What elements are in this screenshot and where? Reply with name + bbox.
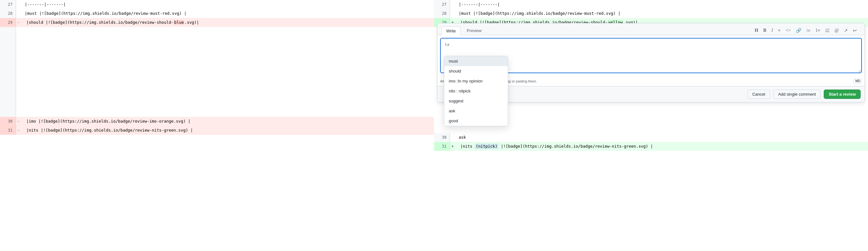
line-number	[0, 63, 16, 72]
line-number: 29	[0, 18, 16, 27]
add-single-comment-button[interactable]: Add single comment	[773, 89, 821, 99]
line-content: |nits (nitpick) |![badge](https://img.sh…	[457, 142, 868, 151]
line-number	[0, 99, 16, 108]
autocomplete-item-good[interactable]: good	[444, 116, 508, 126]
diff-line: 27 |-------|-------|	[434, 0, 868, 9]
line-number: 27	[0, 0, 16, 9]
diff-spacer	[0, 45, 434, 54]
tab-write[interactable]: Write	[441, 26, 461, 35]
autocomplete-item-must[interactable]: must	[444, 56, 508, 66]
diff-line-removed: 31 - |nits |![badge](https://img.shields…	[0, 126, 434, 135]
diff-line: 30 ask	[434, 133, 868, 142]
line-number	[0, 36, 16, 45]
tab-preview[interactable]: Preview	[462, 26, 486, 35]
diff-spacer	[0, 90, 434, 99]
diff-spacer	[0, 81, 434, 90]
autocomplete-item-ask[interactable]: ask	[444, 106, 508, 116]
line-number: 28	[434, 9, 450, 18]
diff-line-removed: 29 - |should |![badge](https://img.shiel…	[0, 18, 434, 27]
line-content: |should |![badge](https://img.shields.io…	[23, 18, 434, 27]
diff-sign-minus: -	[16, 117, 23, 126]
line-number	[0, 72, 16, 81]
toolbar-italic-btn[interactable]: I	[770, 27, 774, 34]
cancel-button[interactable]: Cancel	[747, 89, 770, 99]
line-content: |-------|-------|	[450, 0, 868, 9]
line-content: |must |![badge](https://img.shields.io/b…	[16, 9, 434, 18]
diff-sign-minus: -	[16, 18, 23, 27]
line-number	[0, 54, 16, 63]
autocomplete-item-suggest[interactable]: suggest	[444, 96, 508, 106]
diff-spacer	[0, 108, 434, 117]
diff-spacer	[0, 27, 434, 36]
line-number	[0, 45, 16, 54]
toolbar-code-btn[interactable]: <>	[784, 27, 792, 34]
comment-body: !r must should imo :In my opinion nits :…	[437, 35, 865, 77]
line-number: 31	[434, 142, 450, 151]
comment-tabs-bar: Write Preview H B I ≡ <> 🔗 ⁝≡ 1≡ ☑ @ ↗ ↩	[437, 23, 865, 35]
toolbar-quote-btn[interactable]: ≡	[777, 27, 782, 34]
diff-line-removed: 30 - |imo |![badge](https://img.shields.…	[0, 117, 434, 126]
toolbar-ordered-list-btn[interactable]: 1≡	[814, 27, 822, 34]
toolbar-unordered-list-btn[interactable]: ⁝≡	[805, 27, 811, 34]
toolbar-bold-btn[interactable]: B	[762, 27, 768, 34]
comment-toolbar: H B I ≡ <> 🔗 ⁝≡ 1≡ ☑ @ ↗ ↩	[751, 27, 861, 34]
diff-spacer	[0, 72, 434, 81]
line-content: |imo |![badge](https://img.shields.io/ba…	[23, 117, 434, 126]
markdown-icon: MD	[854, 79, 862, 83]
line-number	[0, 90, 16, 99]
diff-spacer	[0, 99, 434, 108]
line-number: 31	[0, 126, 16, 135]
toolbar-reference-btn[interactable]: ↗	[843, 27, 849, 34]
diff-spacer	[0, 36, 434, 45]
line-number: 30	[434, 133, 450, 142]
toolbar-undo-btn[interactable]: ↩	[851, 27, 858, 34]
line-number: 30	[0, 117, 16, 126]
autocomplete-item-should[interactable]: should	[444, 66, 508, 76]
toolbar-heading-btn[interactable]: H	[753, 27, 760, 34]
right-panel: 27 |-------|-------| 28 |must |![badge](…	[434, 0, 868, 251]
diff-container: 27 |-------|-------| 28 |must |![badge](…	[0, 0, 868, 251]
diff-line-added: 31 + |nits (nitpick) |![badge](https://i…	[434, 142, 868, 151]
line-number: 27	[434, 0, 450, 9]
line-number	[0, 108, 16, 117]
diff-line: 28 |must |![badge](https://img.shields.i…	[0, 9, 434, 18]
line-number: 28	[0, 9, 16, 18]
autocomplete-item-imo[interactable]: imo :In my opinion	[444, 76, 508, 86]
diff-line: 28 |must |![badge](https://img.shields.i…	[434, 9, 868, 18]
diff-spacer	[0, 54, 434, 63]
toolbar-mention-btn[interactable]: @	[833, 27, 840, 34]
line-number	[0, 81, 16, 90]
line-content: |must |![badge](https://img.shields.io/b…	[450, 9, 868, 18]
diff-line: 27 |-------|-------|	[0, 0, 434, 9]
diff-sign-plus: +	[450, 142, 457, 151]
autocomplete-dropdown: must should imo :In my opinion nits : ni…	[444, 56, 508, 126]
line-number	[0, 27, 16, 36]
left-panel: 27 |-------|-------| 28 |must |![badge](…	[0, 0, 434, 251]
diff-spacer	[0, 63, 434, 72]
line-content: ask	[450, 133, 868, 142]
toolbar-task-list-btn[interactable]: ☑	[824, 27, 831, 34]
autocomplete-item-nits[interactable]: nits : nitpick	[444, 86, 508, 96]
start-review-button[interactable]: Start a review	[824, 89, 861, 99]
toolbar-link-btn[interactable]: 🔗	[795, 27, 803, 34]
comment-box: Write Preview H B I ≡ <> 🔗 ⁝≡ 1≡ ☑ @ ↗ ↩	[437, 23, 865, 102]
line-content: |-------|-------|	[16, 0, 434, 9]
diff-sign-minus: -	[16, 126, 23, 135]
line-content: |nits |![badge](https://img.shields.io/b…	[23, 126, 434, 135]
